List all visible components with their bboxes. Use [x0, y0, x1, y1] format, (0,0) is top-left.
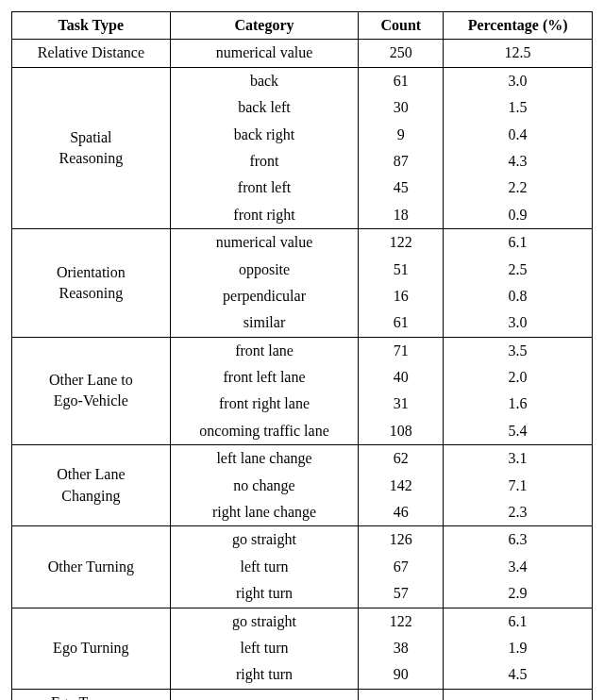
count-cell: 126	[359, 526, 444, 554]
count-cell: 250	[359, 40, 444, 67]
percentage-cell: 5.4	[444, 418, 593, 445]
category-cell: no change	[170, 473, 359, 499]
count-cell: 51	[359, 257, 444, 283]
table-row: SpatialReasoningback613.0	[12, 67, 593, 94]
header-percentage: Percentage (%)	[444, 12, 593, 40]
category-cell: numerical value	[170, 40, 359, 67]
percentage-cell: 2.0	[444, 364, 593, 391]
table-row: Other Turninggo straight1266.3	[12, 526, 593, 554]
percentage-cell: 6.1	[444, 229, 593, 257]
count-cell: 250	[359, 689, 444, 700]
count-cell: 61	[359, 67, 444, 94]
table-row: OrientationReasoningnumerical value1226.…	[12, 229, 593, 257]
category-cell: front left lane	[170, 364, 359, 391]
count-cell: 9	[359, 122, 444, 148]
category-cell: opposite	[170, 257, 359, 283]
count-cell: 122	[359, 229, 444, 257]
percentage-cell: 2.5	[444, 257, 593, 283]
category-cell: front right	[170, 202, 359, 229]
table-row: Relative Distancenumerical value25012.5	[12, 40, 593, 67]
table-row: Other LaneChangingleft lane change623.1	[12, 445, 593, 473]
percentage-cell: 6.1	[444, 608, 593, 635]
task-type-cell: OrientationReasoning	[12, 229, 171, 338]
header-count: Count	[359, 12, 444, 40]
header-task-type: Task Type	[12, 12, 171, 40]
count-cell: 31	[359, 391, 444, 417]
category-cell: numerical value	[170, 689, 359, 700]
count-cell: 71	[359, 337, 444, 364]
count-cell: 108	[359, 418, 444, 445]
task-type-cell: Other Lane toEgo-Vehicle	[12, 337, 171, 445]
percentage-cell: 0.4	[444, 122, 593, 148]
category-cell: left turn	[170, 554, 359, 580]
count-cell: 30	[359, 94, 444, 121]
category-cell: left lane change	[170, 445, 359, 473]
percentage-cell: 2.9	[444, 580, 593, 608]
count-cell: 38	[359, 635, 444, 661]
count-cell: 18	[359, 202, 444, 229]
table-row: Ego Turninggo straight1226.1	[12, 608, 593, 635]
category-cell: front right lane	[170, 391, 359, 417]
category-cell: oncoming traffic lane	[170, 418, 359, 445]
percentage-cell: 7.1	[444, 473, 593, 499]
category-cell: right turn	[170, 580, 359, 608]
category-cell: front left	[170, 175, 359, 201]
percentage-cell: 2.2	[444, 175, 593, 201]
percentage-cell: 3.0	[444, 67, 593, 94]
table-row: Ego TraverseDistancenumerical value25012…	[12, 689, 593, 700]
percentage-cell: 1.9	[444, 635, 593, 661]
count-cell: 16	[359, 283, 444, 309]
task-type-cell: SpatialReasoning	[12, 67, 171, 228]
category-cell: right turn	[170, 661, 359, 689]
category-cell: back	[170, 67, 359, 94]
count-cell: 122	[359, 608, 444, 635]
task-type-cell: Other LaneChanging	[12, 445, 171, 526]
category-cell: right lane change	[170, 499, 359, 526]
count-cell: 67	[359, 554, 444, 580]
category-cell: numerical value	[170, 229, 359, 257]
task-type-cell: Relative Distance	[12, 40, 171, 67]
percentage-cell: 4.3	[444, 148, 593, 175]
category-cell: perpendicular	[170, 283, 359, 309]
percentage-cell: 4.5	[444, 661, 593, 689]
percentage-cell: 1.5	[444, 94, 593, 121]
percentage-cell: 6.3	[444, 526, 593, 554]
category-cell: front	[170, 148, 359, 175]
count-cell: 45	[359, 175, 444, 201]
count-cell: 87	[359, 148, 444, 175]
category-cell: back right	[170, 122, 359, 148]
count-cell: 46	[359, 499, 444, 526]
percentage-cell: 2.3	[444, 499, 593, 526]
count-cell: 40	[359, 364, 444, 391]
task-type-cell: Other Turning	[12, 526, 171, 608]
percentage-cell: 0.9	[444, 202, 593, 229]
category-cell: front lane	[170, 337, 359, 364]
task-type-cell: Ego TraverseDistance	[12, 689, 171, 700]
category-cell: back left	[170, 94, 359, 121]
header-category: Category	[170, 12, 359, 40]
count-cell: 61	[359, 309, 444, 337]
percentage-cell: 0.8	[444, 283, 593, 309]
category-cell: go straight	[170, 608, 359, 635]
percentage-cell: 3.5	[444, 337, 593, 364]
category-cell: go straight	[170, 526, 359, 554]
percentage-cell: 1.6	[444, 391, 593, 417]
table-body: Relative Distancenumerical value25012.5S…	[12, 40, 593, 700]
task-distribution-table: Task Type Category Count Percentage (%) …	[11, 11, 593, 700]
percentage-cell: 3.1	[444, 445, 593, 473]
category-cell: left turn	[170, 635, 359, 661]
task-type-cell: Ego Turning	[12, 608, 171, 689]
table-header-row: Task Type Category Count Percentage (%)	[12, 12, 593, 40]
table-row: Other Lane toEgo-Vehiclefront lane713.5	[12, 337, 593, 364]
count-cell: 142	[359, 473, 444, 499]
category-cell: similar	[170, 309, 359, 337]
count-cell: 62	[359, 445, 444, 473]
percentage-cell: 3.4	[444, 554, 593, 580]
count-cell: 90	[359, 661, 444, 689]
count-cell: 57	[359, 580, 444, 608]
percentage-cell: 12.5	[444, 40, 593, 67]
percentage-cell: 12.5	[444, 689, 593, 700]
percentage-cell: 3.0	[444, 309, 593, 337]
